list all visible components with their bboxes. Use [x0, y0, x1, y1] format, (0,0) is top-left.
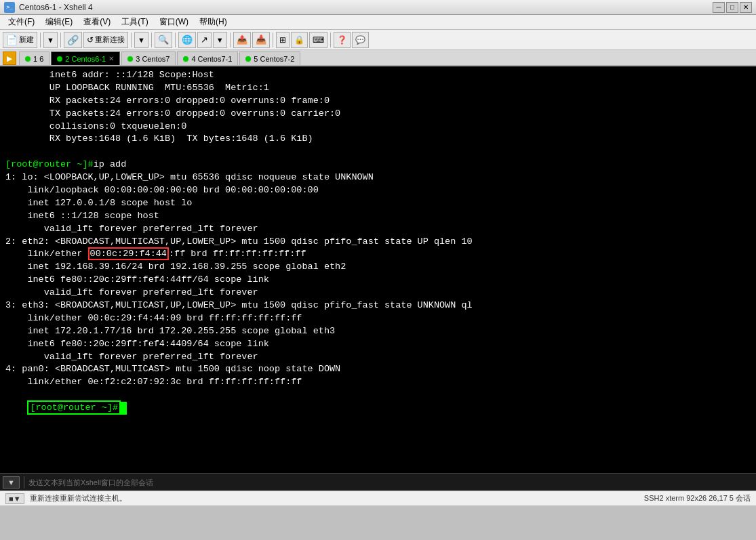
terminal-line-1: inet6 addr: ::1/128 Scope:Host — [5, 69, 751, 82]
tab-dot-2 — [57, 56, 62, 62]
tab-dot-5 — [245, 56, 251, 62]
terminal-line-26: [root@router ~]# — [5, 389, 751, 428]
toolbar: 📄 新建 ▼ 🔗 ↺ 重新连接 ▼ 🔍 🌐 ↗ ▼ 📤 📥 ⊞ 🔒 ⌨ ❓ 💬 — [0, 30, 756, 50]
keyboard-button[interactable]: ⌨ — [309, 32, 327, 48]
tab-label-3: 3 Centos7 — [136, 55, 170, 63]
terminal-line-4: TX packets:24 errors:0 dropped:0 overrun… — [5, 108, 751, 121]
help-button[interactable]: ❓ — [334, 32, 351, 48]
status-bar: ■▼ 重新连接重新尝试连接主机。 SSH2 xterm 92x26 26,17 … — [0, 491, 756, 505]
menu-file[interactable]: 文件(F) — [3, 15, 40, 29]
send-input[interactable] — [28, 478, 753, 486]
terminal-line-5: collisions:0 txqueuelen:0 — [5, 121, 751, 133]
title-bar: Centos6-1 - Xshell 4 ─ □ ✕ — [0, 0, 756, 15]
terminal-line-3: RX packets:24 errors:0 dropped:0 overrun… — [5, 95, 751, 108]
tab-dot-3 — [127, 56, 133, 62]
tab-label-4: 4 Centos7-1 — [191, 55, 232, 63]
window-title: Centos6-1 - Xshell 4 — [19, 3, 713, 12]
terminal-line-25: link/ether 0e:f2:c2:07:92:3c brd ff:ff:f… — [5, 376, 751, 389]
tab-4[interactable]: 4 Centos7-1 — [177, 51, 238, 65]
terminal-line-24: 4: pan0: <BROADCAST,MULTICAST> mtu 1500 … — [5, 363, 751, 376]
menu-help[interactable]: 帮助(H) — [194, 15, 233, 29]
window-controls[interactable]: ─ □ ✕ — [713, 2, 752, 13]
reconnect-status-button[interactable]: ■▼ — [5, 493, 24, 504]
terminal-line-18: valid_lft forever preferred_lft forever — [5, 287, 751, 299]
menu-view[interactable]: 查看(V) — [78, 15, 116, 29]
terminal-line-11: inet 127.0.0.1/8 scope host lo — [5, 197, 751, 210]
reconnect-icon: ↺ — [87, 35, 94, 45]
terminal-line-9: 1: lo: <LOOPBACK,UP,LOWER_UP> mtu 65536 … — [5, 171, 751, 184]
toolbar-separator-4 — [151, 33, 152, 47]
status-message: 重新连接重新尝试连接主机。 — [30, 493, 127, 503]
menu-bar: 文件(F) 编辑(E) 查看(V) 工具(T) 窗口(W) 帮助(H) — [0, 15, 756, 30]
menu-tools[interactable]: 工具(T) — [116, 15, 153, 29]
status-right: SSH2 xterm 92x26 26,17 5 会话 — [644, 493, 751, 503]
terminal-line-23: valid_lft forever preferred_lft forever — [5, 351, 751, 364]
terminal-line-14: 2: eth2: <BROADCAST,MULTICAST,UP,LOWER_U… — [5, 236, 751, 249]
tab-label-2: 2 Centos6-1 — [65, 55, 106, 63]
transfer-button[interactable]: 📤 — [233, 32, 251, 48]
terminal-line-7 — [5, 146, 751, 159]
tab-dot-1 — [25, 56, 31, 62]
terminal-line-8: [root@router ~]#ip add — [5, 159, 751, 171]
new-icon: 📄 — [6, 35, 18, 45]
link-button[interactable]: 🔗 — [64, 32, 82, 48]
cursor — [121, 402, 127, 415]
tab-3[interactable]: 3 Centos7 — [121, 51, 176, 65]
chat-button[interactable]: 💬 — [352, 32, 369, 48]
send-separator — [24, 476, 24, 489]
dropdown2-button[interactable]: ▼ — [134, 32, 148, 48]
terminal-line-10: link/loopback 00:00:00:00:00:00 brd 00:0… — [5, 184, 751, 197]
menu-edit[interactable]: 编辑(E) — [40, 15, 78, 29]
send-dropdown-button[interactable]: ▼ — [3, 476, 20, 489]
arrow-button[interactable]: ↗ — [197, 32, 212, 48]
send-dropdown-icon: ▼ — [7, 478, 15, 486]
toolbar-separator-6 — [230, 33, 231, 47]
app-icon — [4, 2, 15, 13]
globe-button[interactable]: 🌐 — [178, 32, 196, 48]
tab-dot-4 — [183, 56, 188, 62]
toolbar-separator-8 — [330, 33, 331, 47]
toolbar-separator-3 — [131, 33, 132, 47]
terminal-line-21: inet 172.20.1.77/16 brd 172.20.255.255 s… — [5, 325, 751, 338]
tab-label-5: 5 Centos7-2 — [254, 55, 294, 63]
send-bar: ▼ — [0, 473, 756, 491]
menu-window[interactable]: 窗口(W) — [154, 15, 194, 29]
tab-5[interactable]: 5 Centos7-2 — [239, 51, 300, 65]
lock-button[interactable]: 🔒 — [291, 32, 308, 48]
terminal-line-13: valid_lft forever preferred_lft forever — [5, 223, 751, 236]
terminal-line-16: inet 192.168.39.16/24 brd 192.168.39.255… — [5, 261, 751, 274]
terminal-line-6: RX bytes:1648 (1.6 KiB) TX bytes:1648 (1… — [5, 133, 751, 146]
dropdown-button[interactable]: ▼ — [43, 32, 58, 48]
grid-button[interactable]: ⊞ — [276, 32, 290, 48]
toolbar-separator-2 — [60, 33, 61, 47]
terminal-line-19: 3: eth3: <BROADCAST,MULTICAST,UP,LOWER_U… — [5, 299, 751, 312]
toolbar-separator-5 — [175, 33, 176, 47]
reconnect-button[interactable]: ↺ 重新连接 — [83, 32, 128, 48]
status-info: SSH2 xterm 92x26 26,17 5 会话 — [644, 493, 751, 503]
tab-1[interactable]: 1 6 — [19, 51, 49, 65]
terminal-line-20: link/ether 00:0c:29:f4:44:09 brd ff:ff:f… — [5, 312, 751, 325]
search-button[interactable]: 🔍 — [155, 32, 172, 48]
close-button[interactable]: ✕ — [740, 2, 752, 13]
tab-label-1: 1 6 — [33, 55, 43, 63]
new-button[interactable]: 📄 新建 — [3, 32, 37, 48]
terminal-line-17: inet6 fe80::20c:29ff:fef4:44ff/64 scope … — [5, 274, 751, 287]
terminal-area[interactable]: inet6 addr: ::1/128 Scope:Host UP LOOPBA… — [0, 66, 756, 473]
toolbar-separator — [40, 33, 41, 47]
maximize-button[interactable]: □ — [726, 2, 738, 13]
dropdown3-button[interactable]: ▼ — [213, 32, 227, 48]
toolbar-separator-7 — [273, 33, 273, 47]
terminal-line-2: UP LOOPBACK RUNNING MTU:65536 Metric:1 — [5, 82, 751, 95]
terminal-line-15: link/ether 00:0c:29:f4:44:ff brd ff:ff:f… — [5, 248, 751, 261]
tab-close-2[interactable]: ✕ — [108, 55, 114, 62]
minimize-button[interactable]: ─ — [713, 2, 725, 13]
terminal-line-12: inet6 ::1/128 scope host — [5, 210, 751, 223]
terminal-line-22: inet6 fe80::20c:29ff:fef4:4409/64 scope … — [5, 338, 751, 351]
tab-indicator: ▶ — [3, 51, 16, 65]
download-button[interactable]: 📥 — [252, 32, 270, 48]
tab-bar: ▶ 1 6 2 Centos6-1 ✕ 3 Centos7 4 Centos7-… — [0, 50, 756, 66]
tab-2[interactable]: 2 Centos6-1 ✕ — [51, 51, 120, 65]
